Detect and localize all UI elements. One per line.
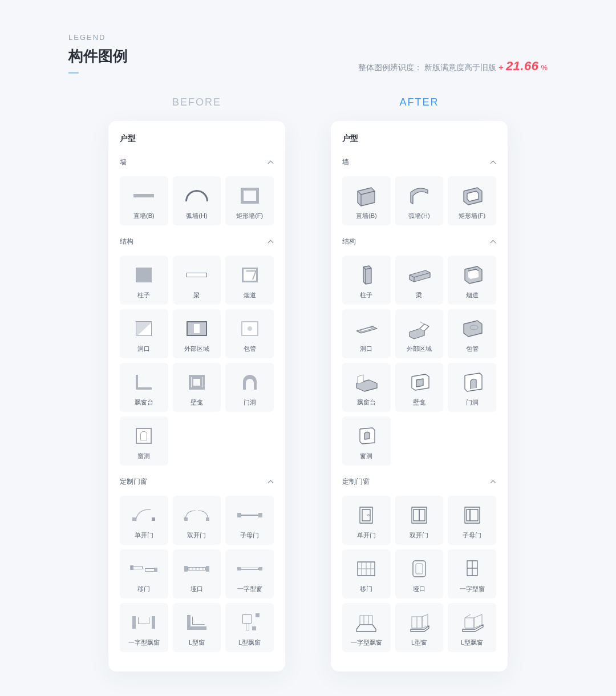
item-bay-sill[interactable]: 飘窗台 [120, 363, 168, 412]
section-header-doors[interactable]: 定制门窗 [342, 474, 496, 490]
item-arc-wall[interactable]: 弧墙(H) [173, 176, 221, 225]
item-single-door[interactable]: 单开门 [120, 496, 168, 545]
item-sub-door[interactable]: 子母门 [225, 496, 274, 545]
page-title: 构件图例 [68, 46, 128, 66]
item-pass[interactable]: 垭口 [173, 549, 221, 598]
item-pipe[interactable]: 包管 [448, 309, 496, 358]
item-label: 弧墙(H) [408, 212, 429, 220]
item-label: 窗洞 [137, 452, 150, 460]
item-beam[interactable]: 梁 [395, 256, 444, 305]
arc-wall-icon [407, 185, 431, 206]
section-name: 结构 [120, 237, 133, 246]
item-l-bay[interactable]: L型飘窗 [448, 603, 496, 652]
item-ext-area[interactable]: 外部区域 [173, 309, 221, 358]
before-column: BEFORE 户型 墙 直墙(B) 弧墙(H) 矩形墙(F) [108, 96, 285, 671]
item-label: 梁 [193, 292, 200, 299]
item-flue[interactable]: 烟道 [225, 256, 274, 305]
item-opening[interactable]: 洞口 [342, 309, 391, 358]
item-column[interactable]: 柱子 [342, 256, 391, 305]
chevron-up-icon [268, 160, 274, 165]
before-label: BEFORE [108, 96, 285, 108]
item-label: 垭口 [191, 585, 203, 593]
after-column: AFTER 户型 墙 直墙(B) 弧墙(H) 矩形墙(F) 结构 柱子 梁 烟道 [331, 96, 508, 671]
item-door-opening[interactable]: 门洞 [225, 363, 274, 412]
svg-rect-37 [416, 564, 423, 574]
item-double-door[interactable]: 双开门 [173, 496, 221, 545]
item-label: 直墙(B) [356, 212, 377, 220]
item-beam[interactable]: 梁 [173, 256, 221, 305]
l-bay-window-icon [240, 614, 260, 630]
item-window-hole[interactable]: 窗洞 [342, 416, 391, 466]
l-window-icon [187, 615, 206, 630]
item-label: 单开门 [135, 532, 153, 539]
item-arc-wall[interactable]: 弧墙(H) [395, 176, 444, 225]
item-line-bay[interactable]: 一字型飘窗 [120, 603, 168, 652]
item-opening[interactable]: 洞口 [120, 309, 168, 358]
item-label: 门洞 [466, 399, 479, 406]
section-header-doors[interactable]: 定制门窗 [120, 474, 274, 490]
door-opening-icon [460, 372, 484, 392]
svg-marker-41 [356, 625, 376, 632]
section-header-wall[interactable]: 墙 [342, 154, 496, 171]
item-label: 外部区域 [184, 345, 209, 353]
panel-title: 户型 [120, 133, 274, 144]
before-panel: 户型 墙 直墙(B) 弧墙(H) 矩形墙(F) [108, 121, 285, 671]
item-rect-wall[interactable]: 矩形墙(F) [448, 176, 496, 225]
delta-suffix: % [541, 63, 548, 72]
item-label: 柱子 [360, 292, 372, 299]
item-straight-wall[interactable]: 直墙(B) [120, 176, 168, 225]
line-bay-window-icon [132, 616, 155, 629]
item-pipe[interactable]: 包管 [225, 309, 274, 358]
item-straight-wall[interactable]: 直墙(B) [342, 176, 391, 225]
item-label: 一字型窗 [237, 585, 262, 593]
item-label: 矩形墙(F) [459, 212, 485, 220]
item-label: 包管 [244, 345, 256, 353]
pipe-cover-icon [241, 321, 258, 336]
item-label: 飘窗台 [357, 399, 376, 406]
svg-rect-26 [414, 509, 419, 521]
svg-rect-30 [470, 509, 478, 521]
section-grid-structure: 柱子 梁 烟道 洞口 外部区域 包管 飘窗台 壁龛 门洞 窗洞 [120, 256, 274, 466]
item-bay-sill[interactable]: 飘窗台 [342, 363, 391, 412]
item-niche[interactable]: 壁龛 [395, 363, 444, 412]
svg-rect-42 [360, 616, 372, 625]
straight-wall-icon [133, 194, 154, 197]
item-l-bay[interactable]: L型飘窗 [225, 603, 274, 652]
item-flue[interactable]: 烟道 [448, 256, 496, 305]
item-line-window[interactable]: 一字型窗 [225, 549, 274, 598]
item-niche[interactable]: 壁龛 [173, 363, 221, 412]
svg-line-52 [465, 614, 471, 618]
item-l-window[interactable]: L型窗 [173, 603, 221, 652]
item-sub-door[interactable]: 子母门 [448, 496, 496, 545]
section-header-structure[interactable]: 结构 [342, 233, 496, 250]
eyebrow-label: LEGEND [68, 33, 128, 42]
section-grid-doors: 单开门 双开门 子母门 移门 垭口 一字型窗 一字型飘窗 L型窗 L型飘窗 [120, 496, 274, 652]
item-l-window[interactable]: L型窗 [395, 603, 444, 652]
item-door-opening[interactable]: 门洞 [448, 363, 496, 412]
line-bay-window-icon [354, 612, 378, 633]
item-column[interactable]: 柱子 [120, 256, 168, 305]
item-single-door[interactable]: 单开门 [342, 496, 391, 545]
panel-title: 户型 [342, 133, 496, 144]
single-door-icon [354, 505, 378, 525]
item-line-bay[interactable]: 一字型飘窗 [342, 603, 391, 652]
svg-rect-23 [362, 509, 370, 521]
delta-value: 21.66 [506, 59, 539, 74]
item-rect-wall[interactable]: 矩形墙(F) [225, 176, 274, 225]
window-hole-icon [136, 428, 152, 444]
section-header-wall[interactable]: 墙 [120, 154, 274, 171]
item-sliding-door[interactable]: 移门 [120, 549, 168, 598]
item-sliding-door[interactable]: 移门 [342, 549, 391, 598]
section-grid-wall: 直墙(B) 弧墙(H) 矩形墙(F) [342, 176, 496, 225]
header-left: LEGEND 构件图例 [68, 33, 128, 74]
item-pass[interactable]: 垭口 [395, 549, 444, 598]
item-ext-area[interactable]: 外部区域 [395, 309, 444, 358]
section-header-structure[interactable]: 结构 [120, 233, 274, 250]
sliding-door-icon [354, 559, 378, 579]
item-line-window[interactable]: 一字型窗 [448, 549, 496, 598]
item-window-hole[interactable]: 窗洞 [120, 416, 168, 466]
item-double-door[interactable]: 双开门 [395, 496, 444, 545]
item-label: 窗洞 [360, 452, 372, 460]
item-label: 移门 [360, 585, 372, 593]
double-door-icon [184, 509, 209, 521]
